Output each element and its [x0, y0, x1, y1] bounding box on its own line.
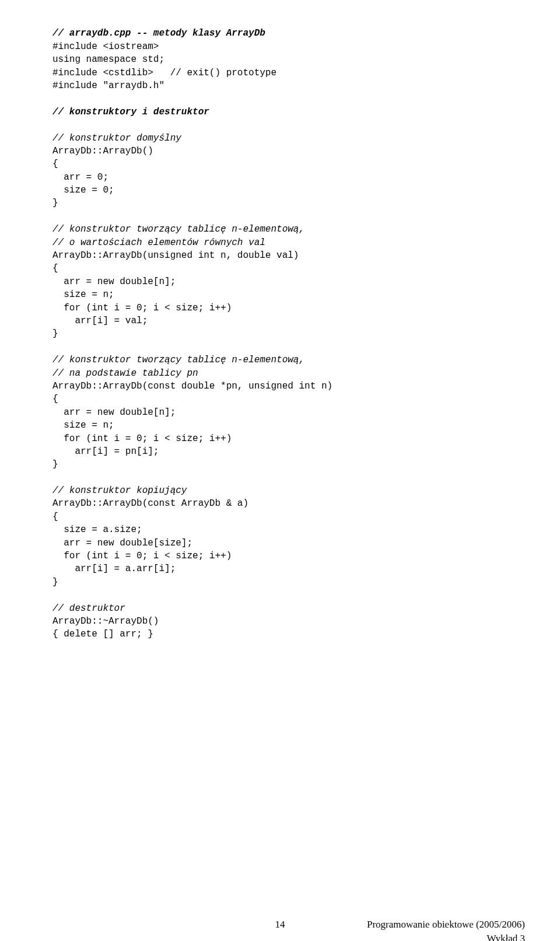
code-line: } — [52, 198, 58, 208]
code-line: size = n; — [52, 289, 114, 300]
document-body: // arraydb.cpp -- metody klasy ArrayDb #… — [0, 0, 560, 641]
code-line: size = a.size; — [52, 524, 142, 535]
code-line: // arraydb.cpp -- metody klasy ArrayDb — [52, 28, 265, 39]
code-line: // destruktor — [52, 603, 125, 614]
code-line: { delete [] arr; } — [52, 629, 153, 639]
footer-right: Programowanie obiektowe (2005/2006) Wykł… — [367, 918, 525, 941]
code-line: arr[i] = val; — [52, 316, 148, 326]
code-line: for (int i = 0; i < size; i++) — [52, 433, 232, 444]
code-line: for (int i = 0; i < size; i++) — [52, 303, 232, 313]
code-line: { — [52, 394, 58, 404]
code-line: // konstruktor domyślny — [52, 133, 181, 144]
code-line: ArrayDb::ArrayDb() — [52, 146, 153, 156]
code-line: } — [52, 459, 58, 470]
code-line: { — [52, 263, 58, 274]
code-line: ArrayDb::ArrayDb(unsigned int n, double … — [52, 250, 299, 261]
code-line: // na podstawie tablicy pn — [52, 368, 198, 379]
code-line: // konstruktor tworzący tablicę n-elemen… — [52, 224, 304, 235]
code-line: arr = new double[size]; — [52, 538, 192, 548]
code-line: ArrayDb::~ArrayDb() — [52, 616, 159, 627]
code-line: ArrayDb::ArrayDb(const ArrayDb & a) — [52, 498, 249, 509]
code-line: #include <cstdlib> // exit() prototype — [52, 68, 276, 78]
code-line: size = 0; — [52, 185, 114, 195]
code-line: size = n; — [52, 420, 114, 431]
code-line: ArrayDb::ArrayDb(const double *pn, unsig… — [52, 381, 332, 391]
code-line: // konstruktor kopiujący — [52, 485, 187, 496]
code-line: // konstruktory i destruktor — [52, 107, 209, 117]
code-line: { — [52, 512, 58, 522]
code-line: arr = new double[n]; — [52, 407, 176, 418]
code-line: for (int i = 0; i < size; i++) — [52, 551, 232, 561]
code-line: arr[i] = a.arr[i]; — [52, 564, 176, 574]
footer-lecture: Wykład 3 — [367, 932, 525, 941]
code-line: using namespace std; — [52, 54, 164, 65]
code-line: } — [52, 577, 58, 587]
code-line: #include <iostream> — [52, 41, 159, 52]
code-line: // konstruktor tworzący tablicę n-elemen… — [52, 355, 304, 365]
code-line: } — [52, 328, 58, 339]
footer-course: Programowanie obiektowe (2005/2006) — [367, 918, 525, 932]
code-line: #include "arraydb.h" — [52, 81, 164, 91]
code-line: arr = 0; — [52, 172, 108, 183]
code-line: arr = new double[n]; — [52, 277, 176, 287]
code-line: { — [52, 159, 58, 169]
code-line: // o wartościach elementów równych val — [52, 237, 265, 248]
code-line: arr[i] = pn[i]; — [52, 446, 159, 457]
